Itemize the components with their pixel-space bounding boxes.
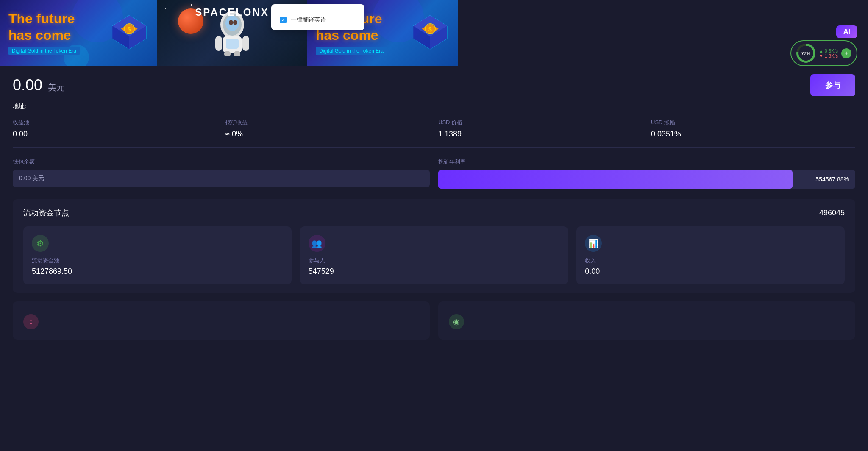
- address-label: 地址:: [13, 103, 26, 109]
- income-label: 收入: [585, 257, 836, 264]
- stat-usd-change-label: USD 涨幅: [651, 119, 855, 126]
- banner-left-subtitle: Digital Gold in the Token Era: [8, 47, 80, 55]
- pool-icon: ⚙: [32, 235, 49, 252]
- translate-dropdown: ✓ 一律翻译英语: [271, 4, 364, 30]
- network-widget: AI 77% ▲ 0.3K/s ▼ 1.8K/s +: [790, 25, 857, 66]
- pool-label: 流动资金池: [32, 257, 283, 264]
- liquidity-card-income: 📊 收入 0.00: [576, 226, 845, 284]
- svg-text:$: $: [128, 26, 131, 33]
- liquidity-cards: ⚙ 流动资金池 5127869.50 👥 参与人 547529 📊 收入 0.0…: [23, 226, 845, 284]
- svg-rect-14: [215, 36, 222, 51]
- stat-yield-pool: 收益池 0.00: [13, 119, 217, 139]
- income-icon: 📊: [585, 235, 602, 252]
- banner-right-subtitle: Digital Gold in the Token Era: [316, 47, 387, 55]
- participants-value: 547529: [309, 267, 560, 276]
- bottom-card-left: ↕: [13, 301, 430, 340]
- banner-section: The future has come Digital Gold in the …: [0, 0, 868, 66]
- speed-widget: 77% ▲ 0.3K/s ▼ 1.8K/s +: [790, 40, 857, 66]
- banner-left-text: The future has come Digital Gold in the …: [8, 11, 80, 55]
- bottom-card-right: ◉: [438, 301, 855, 340]
- wallet-input[interactable]: [13, 170, 430, 187]
- liquidity-count: 496045: [819, 209, 845, 217]
- participants-label: 参与人: [309, 257, 560, 264]
- stat-mining-income-value: ≈ 0%: [225, 130, 430, 139]
- bottom-right-icon: ◉: [449, 314, 464, 329]
- bottom-cards: ↕ ◉: [13, 301, 855, 340]
- income-value: 0.00: [585, 267, 836, 276]
- balance-row: 0.00 美元 参与: [13, 74, 855, 96]
- translate-option-label: 一律翻译英语: [291, 16, 326, 24]
- mining-bar-fill: [438, 170, 793, 189]
- mining-bar-text: 554567.88%: [815, 176, 849, 183]
- svg-rect-13: [226, 39, 239, 49]
- svg-rect-16: [224, 51, 231, 56]
- wallet-section: 钱包余额: [13, 158, 430, 189]
- mining-label: 挖矿年利率: [438, 158, 855, 166]
- wallet-label: 钱包余额: [13, 158, 430, 166]
- plus-button[interactable]: +: [841, 48, 851, 58]
- balance-display: 0.00 美元: [13, 76, 65, 94]
- liquidity-header: 流动资金节点 496045: [23, 208, 845, 218]
- banner-left-cube-icon: $: [108, 11, 150, 55]
- stat-usd-price-value: 1.1389: [438, 130, 643, 139]
- speed-up: ▲ 0.3K/s: [819, 48, 838, 53]
- stat-yield-pool-value: 0.00: [13, 130, 217, 139]
- join-button[interactable]: 参与: [810, 74, 855, 96]
- ai-badge: AI: [836, 25, 857, 38]
- percentage-circle: 77%: [796, 44, 815, 63]
- main-content: 0.00 美元 参与 地址: 收益池 0.00 挖矿收益 ≈ 0% USD 价格…: [0, 66, 868, 348]
- translate-checkbox[interactable]: ✓: [280, 17, 287, 23]
- svg-point-11: [233, 20, 237, 25]
- translate-option[interactable]: ✓ 一律翻译英语: [280, 16, 356, 24]
- bottom-left-icon: ↕: [23, 314, 39, 329]
- dropdown-divider: [280, 11, 356, 11]
- stat-usd-price-label: USD 价格: [438, 119, 643, 126]
- mining-bar-container: 554567.88%: [438, 170, 855, 189]
- liquidity-section: 流动资金节点 496045 ⚙ 流动资金池 5127869.50 👥 参与人 5…: [13, 199, 855, 293]
- stats-grid: 收益池 0.00 挖矿收益 ≈ 0% USD 价格 1.1389 USD 涨幅 …: [13, 119, 855, 148]
- percentage-text: 77%: [798, 46, 813, 61]
- stat-usd-change: USD 涨幅 0.0351%: [651, 119, 855, 139]
- svg-point-10: [229, 20, 233, 25]
- balance-amount: 0.00: [13, 76, 42, 94]
- address-row: 地址:: [13, 103, 855, 110]
- mining-section: 挖矿年利率 554567.88%: [438, 158, 855, 189]
- liquidity-card-participants: 👥 参与人 547529: [300, 226, 568, 284]
- liquidity-card-pool: ⚙ 流动资金池 5127869.50: [23, 226, 292, 284]
- participants-icon: 👥: [309, 235, 326, 252]
- balance-currency: 美元: [48, 83, 65, 92]
- svg-text:$: $: [428, 26, 432, 33]
- banner-left: The future has come Digital Gold in the …: [0, 0, 157, 66]
- wallet-mining-row: 钱包余额 挖矿年利率 554567.88%: [13, 158, 855, 189]
- stat-usd-price: USD 价格 1.1389: [438, 119, 643, 139]
- banner-right-cube-icon: $: [409, 11, 451, 55]
- stat-usd-change-value: 0.0351%: [651, 130, 855, 139]
- svg-rect-17: [234, 51, 240, 56]
- speed-down: ▼ 1.8K/s: [819, 53, 838, 58]
- svg-rect-15: [242, 36, 249, 51]
- stat-mining-income-label: 挖矿收益: [225, 119, 430, 126]
- banner-left-title: The future has come: [8, 11, 80, 43]
- pool-value: 5127869.50: [32, 267, 283, 276]
- speed-values: ▲ 0.3K/s ▼ 1.8K/s: [819, 48, 838, 58]
- liquidity-title: 流动资金节点: [23, 208, 69, 218]
- stat-mining-income: 挖矿收益 ≈ 0%: [225, 119, 430, 139]
- stat-yield-pool-label: 收益池: [13, 119, 217, 126]
- brand-title: SPACELONX: [195, 6, 269, 18]
